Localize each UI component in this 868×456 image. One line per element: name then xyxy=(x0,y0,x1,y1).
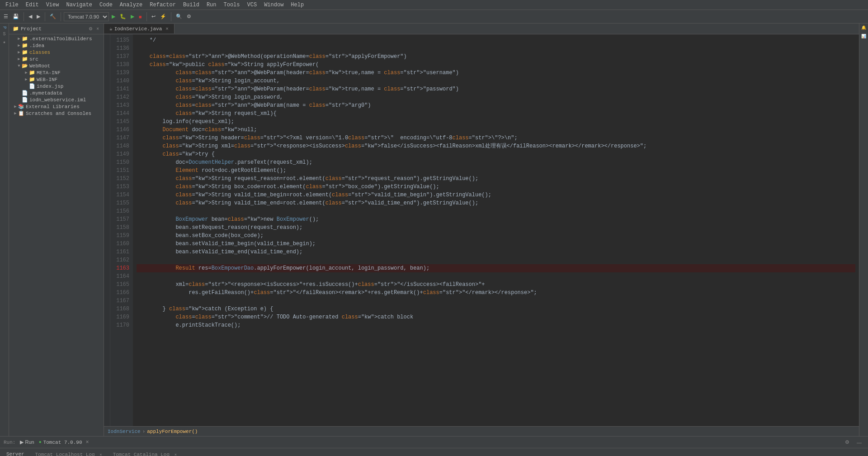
left-side-icons: P S ★ xyxy=(0,24,9,436)
menu-window[interactable]: Window xyxy=(260,1,287,9)
run-config-label: Tomcat 7.0.90 xyxy=(43,440,82,445)
run-config-dropdown[interactable]: Tomcat 7.0.90 xyxy=(64,12,109,21)
tree-label: iodn_webservice.iml xyxy=(29,97,86,103)
code-line: Result res=BoxEmpowerDao.applyForEmpower… xyxy=(137,264,855,272)
menu-navigate[interactable]: Navigate xyxy=(62,1,96,9)
run-bar: Run: ▶ Run ● Tomcat 7.0.90 × ⚙ — xyxy=(0,437,868,448)
tree-item-external-libs[interactable]: ▶ 📚 External Libraries xyxy=(9,103,104,110)
run-start-btn[interactable]: ▶ Run xyxy=(17,438,37,446)
menu-view[interactable]: View xyxy=(42,1,63,9)
toolbar-menu-btn[interactable]: ☰ xyxy=(2,13,10,20)
toolbar: ☰ 💾 ◀ ▶ 🔨 Tomcat 7.0.90 ▶ 🐛 ▶ ■ ↩ ⚡ 🔍 ⚙ xyxy=(0,10,868,24)
panel-settings-btn[interactable]: ⚙ xyxy=(88,25,94,32)
tree-label: Scratches and Consoles xyxy=(26,111,91,116)
menu-refactor[interactable]: Refactor xyxy=(146,1,179,9)
right-icon-2[interactable]: 📊 xyxy=(861,34,866,39)
code-line: class="kw">String header=class="str">"<?… xyxy=(137,134,855,142)
fav-icon[interactable]: ★ xyxy=(2,38,6,46)
menu-tools[interactable]: Tools xyxy=(220,1,244,9)
menu-code[interactable]: Code xyxy=(96,1,116,9)
bottom-tab-server[interactable]: Server xyxy=(2,450,29,456)
toolbar-sep1 xyxy=(24,12,24,21)
code-line: bean.setBox_code(box_code); xyxy=(137,232,855,240)
code-line xyxy=(137,207,855,215)
project-icon[interactable]: P xyxy=(1,25,8,30)
toolbar-back-btn[interactable]: ◀ xyxy=(27,13,34,20)
project-folder-icon: 📁 xyxy=(13,26,19,32)
tree-item-classes[interactable]: ▶ 📁 classes xyxy=(9,49,104,56)
tree-item-idea[interactable]: ▶ 📁 .idea xyxy=(9,42,104,49)
toolbar-compare-btn[interactable]: ⚡ xyxy=(158,13,168,20)
run-panel-minimize[interactable]: — xyxy=(854,439,864,446)
toolbar-save-btn[interactable]: 💾 xyxy=(11,13,21,20)
toolbar-search-btn[interactable]: 🔍 xyxy=(174,13,184,20)
tree-arrow: ▶ xyxy=(24,77,29,82)
folder-icon: 📁 xyxy=(22,56,28,62)
folder-icon: 📁 xyxy=(22,43,28,48)
tab-close[interactable]: × xyxy=(175,453,177,456)
run-panel-settings[interactable]: ⚙ xyxy=(842,438,852,446)
bottom-tab-catalina-log[interactable]: Tomcat Catalina Log × xyxy=(108,450,181,456)
toolbar-build-btn[interactable]: 🔨 xyxy=(48,13,58,20)
editor-content: 1135113611371138113911401141114211431144… xyxy=(104,34,859,426)
run-btn[interactable]: ▶ xyxy=(110,13,117,20)
menu-build[interactable]: Build xyxy=(179,1,203,9)
code-line: BoxEmpower bean=class="kw">new BoxEmpowe… xyxy=(137,215,855,223)
run-coverage-btn[interactable]: ▶ xyxy=(129,13,136,20)
file-icon: 📄 xyxy=(22,97,28,103)
tree-item-iml[interactable]: ▶ 📄 iodn_webservice.iml xyxy=(9,96,104,103)
code-line: class="kw">String request_reason=root.el… xyxy=(137,175,855,183)
tree-item-scratches[interactable]: ▶ 📋 Scratches and Consoles xyxy=(9,110,104,117)
structure-icon[interactable]: S xyxy=(2,31,6,38)
toolbar-revert-btn[interactable]: ↩ xyxy=(150,13,157,20)
editor-tabs: ☕ IodnService.java × xyxy=(104,24,859,34)
right-icon-1[interactable]: 🔔 xyxy=(861,25,866,30)
breadcrumb-bar: IodnService › applyForEmpower() xyxy=(104,426,859,436)
menu-file[interactable]: File xyxy=(2,1,22,9)
menu-help[interactable]: Help xyxy=(287,1,307,9)
code-line: class=class="str">"comment">// TODO Auto… xyxy=(137,313,855,321)
code-line: */ xyxy=(137,36,855,44)
panel-close-btn[interactable]: × xyxy=(95,25,100,32)
tree-label: .idea xyxy=(29,43,44,48)
breadcrumb-service[interactable]: IodnService xyxy=(108,429,141,434)
code-line: class="kw">try { xyxy=(137,150,855,158)
code-area[interactable]: */ class=class="str">"ann">@WebMethod(op… xyxy=(133,34,859,426)
debug-btn[interactable]: 🐛 xyxy=(118,13,128,20)
stop-btn[interactable]: ■ xyxy=(137,13,144,20)
menu-vcs[interactable]: VCS xyxy=(244,1,261,9)
editor-tab-active[interactable]: ☕ IodnService.java × xyxy=(104,24,175,33)
tree-arrow: ▶ xyxy=(16,50,22,55)
run-config-close[interactable]: × xyxy=(86,439,89,446)
tab-close-btn[interactable]: × xyxy=(165,26,169,32)
code-line xyxy=(137,44,855,52)
tree-item-webroot[interactable]: ▼ 📂 WebRoot xyxy=(9,62,104,69)
folder-icon: 📁 xyxy=(22,49,28,55)
tree-label: META-INF xyxy=(37,70,61,76)
tree-label: External Libraries xyxy=(26,104,80,109)
project-panel-header[interactable]: 📁 Project ⚙ × xyxy=(9,24,104,34)
menu-analyze[interactable]: Analyze xyxy=(116,1,146,9)
bottom-panel: Run: ▶ Run ● Tomcat 7.0.90 × ⚙ — Server … xyxy=(0,436,868,456)
tree-item-meta-inf[interactable]: ▶ 📁 META-INF xyxy=(9,69,104,76)
tree-item-mymetadata[interactable]: ▶ 📄 .mymetadata xyxy=(9,90,104,96)
code-line: class=class="str">"ann">@WebParam(header… xyxy=(137,69,855,77)
breadcrumb-method[interactable]: applyForEmpower() xyxy=(147,429,198,434)
tree-item-external-tools[interactable]: ▶ 📁 .externalToolBuilders xyxy=(9,35,104,42)
tab-file-icon: ☕ xyxy=(109,26,113,32)
editor-area: ☕ IodnService.java × 1135113611371138113… xyxy=(104,24,859,436)
code-line: bean.setValid_time_end(valid_time_end); xyxy=(137,248,855,256)
bottom-tab-localhost-log[interactable]: Tomcat Localhost Log × xyxy=(31,450,107,456)
code-line: doc=DocumentHelper.parseText(request_xml… xyxy=(137,158,855,166)
toolbar-forward-btn[interactable]: ▶ xyxy=(35,13,42,20)
menu-edit[interactable]: Edit xyxy=(22,1,42,9)
menu-run[interactable]: Run xyxy=(203,1,220,9)
tree-label: WEB-INF xyxy=(37,77,57,82)
tree-arrow: ▶ xyxy=(13,104,18,109)
toolbar-sep4 xyxy=(146,12,147,21)
toolbar-more-btn[interactable]: ⚙ xyxy=(185,13,193,20)
tree-item-src[interactable]: ▶ 📁 src xyxy=(9,56,104,62)
tree-item-index-jsp[interactable]: ▶ 📄 index.jsp xyxy=(9,83,104,90)
tab-close[interactable]: × xyxy=(99,453,102,456)
tree-item-web-inf[interactable]: ▶ 📁 WEB-INF xyxy=(9,76,104,83)
